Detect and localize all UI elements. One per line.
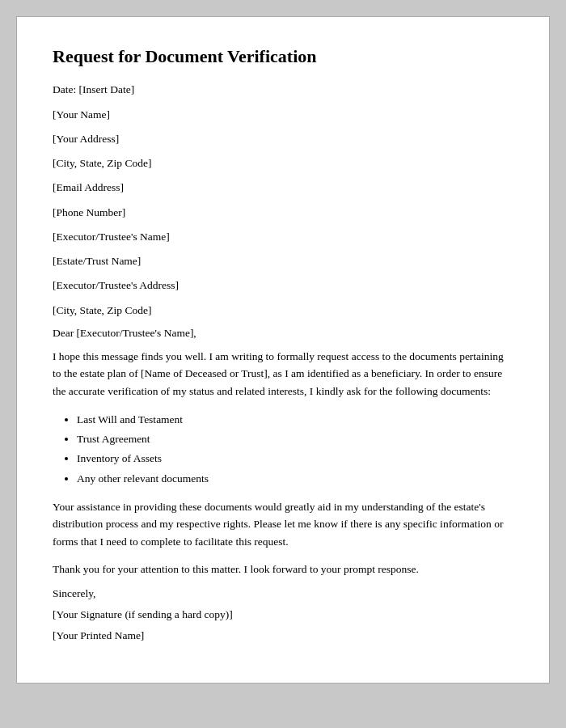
document-page: Request for Document Verification Date: … (16, 16, 550, 684)
paragraph-1: I hope this message finds you well. I am… (53, 348, 513, 400)
fields-section: Date: [Insert Date] [Your Name] [Your Ad… (53, 82, 513, 319)
list-item-1: Last Will and Testament (77, 410, 513, 430)
field-city-state-zip-1: [City, State, Zip Code] (53, 155, 513, 171)
field-city-state-zip-2: [City, State, Zip Code] (53, 303, 513, 319)
paragraph-2: Your assistance in providing these docum… (53, 498, 513, 551)
document-title: Request for Document Verification (53, 46, 513, 67)
closing-printed-name: [Your Printed Name] (53, 629, 513, 642)
field-estate-trust-name: [Estate/Trust Name] (53, 253, 513, 269)
closing-signature: [Your Signature (if sending a hard copy)… (53, 608, 513, 621)
paragraph-3: Thank you for your attention to this mat… (53, 561, 513, 578)
field-phone: [Phone Number] (53, 205, 513, 221)
field-your-address: [Your Address] (53, 131, 513, 147)
closing-sincerely: Sincerely, (53, 587, 513, 600)
list-item-3: Inventory of Assets (77, 449, 513, 468)
salutation-line: Dear [Executor/Trustee's Name], (53, 327, 513, 340)
list-item-4: Any other relevant documents (77, 469, 513, 489)
field-executor-name: [Executor/Trustee's Name] (53, 229, 513, 245)
list-item-2: Trust Agreement (77, 430, 513, 449)
field-your-name: [Your Name] (53, 107, 513, 123)
document-list: Last Will and Testament Trust Agreement … (77, 410, 513, 489)
field-date: Date: [Insert Date] (53, 82, 513, 98)
field-email: [Email Address] (53, 180, 513, 196)
field-executor-address: [Executor/Trustee's Address] (53, 277, 513, 294)
